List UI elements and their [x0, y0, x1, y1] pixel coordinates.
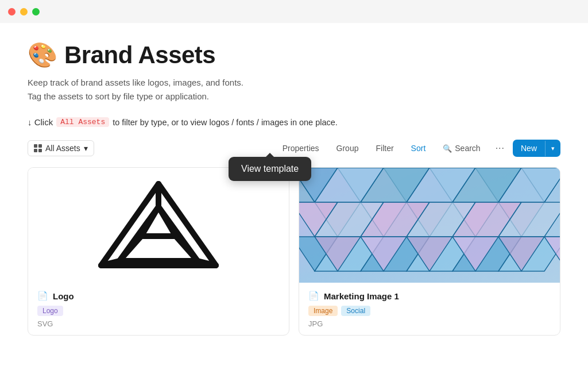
- more-icon: ···: [496, 143, 505, 153]
- description-line2: Tag the assets to sort by file type or a…: [28, 90, 560, 103]
- traffic-light-green[interactable]: [32, 8, 40, 16]
- card-marketing-title: Marketing Image 1: [324, 291, 399, 301]
- title-bar: [0, 0, 588, 23]
- svg-line-6: [119, 236, 141, 261]
- svg-line-8: [176, 236, 198, 261]
- card-logo-image: [28, 168, 289, 283]
- main-content: 🎨 Brand Assets Keep track of brand asset…: [0, 23, 588, 336]
- filter-label: Filter: [376, 144, 393, 153]
- tag-logo[interactable]: Logo: [37, 306, 63, 316]
- page-description: Keep track of brand assets like logos, i…: [28, 76, 560, 103]
- card-logo-title-row: 📄 Logo: [37, 291, 280, 301]
- tooltip-label: View template: [241, 164, 299, 174]
- more-options-button[interactable]: ···: [491, 140, 509, 157]
- properties-label: Properties: [283, 144, 319, 153]
- card-marketing-body: 📄 Marketing Image 1 Image Social JPG: [299, 283, 560, 335]
- sort-button[interactable]: Sort: [404, 140, 433, 156]
- tag-social[interactable]: Social: [341, 306, 370, 316]
- search-button[interactable]: 🔍 Search: [436, 140, 487, 156]
- svg-line-7: [158, 207, 176, 236]
- card-logo-doc-icon: 📄: [37, 291, 48, 301]
- card-logo-title: Logo: [53, 291, 74, 301]
- card-marketing-doc-icon: 📄: [308, 291, 319, 301]
- card-logo[interactable]: 📄 Logo Logo SVG: [28, 167, 289, 336]
- card-marketing-image-1[interactable]: 📄 Marketing Image 1 Image Social JPG: [299, 167, 560, 336]
- card-marketing-title-row: 📄 Marketing Image 1: [308, 291, 551, 301]
- card-logo-filetype: SVG: [37, 319, 280, 328]
- page-title: Brand Assets: [64, 41, 215, 69]
- traffic-light-yellow[interactable]: [20, 8, 28, 16]
- tag-image[interactable]: Image: [308, 306, 338, 316]
- hint-suffix: to filter by type, or to view logos / fo…: [113, 118, 338, 127]
- filter-button[interactable]: Filter: [369, 140, 400, 156]
- hint-row: ↓ Click All Assets to filter by type, or…: [28, 117, 560, 127]
- cards-grid: 📄 Logo Logo SVG: [28, 167, 560, 336]
- sort-label: Sort: [411, 144, 426, 153]
- card-marketing-filetype: JPG: [308, 319, 551, 328]
- svg-line-5: [141, 207, 158, 236]
- card-logo-tags: Logo: [37, 306, 280, 316]
- card-marketing-tags: Image Social: [308, 306, 551, 316]
- page-title-row: 🎨 Brand Assets: [28, 41, 560, 69]
- card-logo-body: 📄 Logo Logo SVG: [28, 283, 289, 335]
- group-button[interactable]: Group: [330, 140, 366, 156]
- description-line1: Keep track of brand assets like logos, i…: [28, 76, 560, 90]
- tooltip-container: View template: [229, 157, 311, 181]
- view-selector[interactable]: All Assets ▾: [28, 140, 94, 156]
- page-emoji: 🎨: [28, 43, 57, 67]
- hint-tag[interactable]: All Assets: [56, 117, 109, 127]
- traffic-light-red[interactable]: [8, 8, 16, 16]
- new-button-arrow: ▾: [545, 141, 560, 156]
- search-label: Search: [455, 144, 480, 153]
- logo-svg: [95, 174, 222, 277]
- card-marketing-image: [299, 168, 560, 283]
- view-selector-label: All Assets: [45, 144, 80, 153]
- properties-button[interactable]: Properties: [276, 140, 326, 156]
- search-icon: 🔍: [443, 144, 452, 153]
- view-template-tooltip[interactable]: View template: [229, 157, 311, 181]
- new-button-label: New: [513, 140, 545, 157]
- view-chevron-icon: ▾: [84, 144, 88, 153]
- hint-arrow: ↓ Click: [28, 117, 53, 127]
- new-button[interactable]: New ▾: [513, 140, 560, 157]
- toolbar: All Assets ▾ Properties Group Filter Sor…: [28, 140, 560, 157]
- grid-view-icon: [34, 144, 42, 152]
- group-label: Group: [336, 144, 359, 153]
